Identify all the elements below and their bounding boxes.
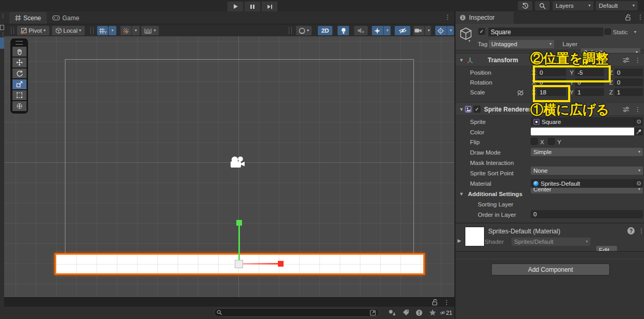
- order-in-layer-field[interactable]: 0: [531, 210, 643, 218]
- object-picker-icon[interactable]: ⊙: [634, 117, 643, 126]
- hidden-objects-count[interactable]: 21: [440, 307, 452, 318]
- camera-gizmo-icon[interactable]: [229, 156, 247, 170]
- inspector-menu-icon[interactable]: ⋮: [637, 14, 643, 20]
- layout-dropdown[interactable]: Default ▾: [596, 1, 638, 10]
- maximize-icon[interactable]: [0, 25, 4, 30]
- rotation-z-field[interactable]: 0: [614, 78, 643, 86]
- position-z-field[interactable]: 0: [614, 68, 643, 76]
- docked-overlay-handle[interactable]: [0, 37, 4, 49]
- scene-panel-menu-icon[interactable]: ⋮: [445, 14, 451, 20]
- presets-icon[interactable]: [623, 57, 629, 63]
- scale-gizmo-y-handle[interactable]: [236, 220, 242, 226]
- search-everywhere-button[interactable]: [535, 1, 549, 10]
- eyedropper-button[interactable]: [634, 128, 643, 135]
- presets-icon[interactable]: [623, 106, 629, 113]
- shader-dropdown[interactable]: Sprites/Default ▾: [512, 238, 591, 246]
- draw-mode-dropdown[interactable]: Simple ▾: [531, 148, 643, 156]
- component-tools-dropdown[interactable]: ▾: [435, 26, 454, 35]
- move-tool[interactable]: [12, 58, 26, 67]
- transform-menu-icon[interactable]: ⋮: [635, 57, 641, 63]
- grid-snap-options[interactable]: ▾: [109, 26, 116, 35]
- effects-dropdown[interactable]: ▾: [372, 26, 391, 35]
- color-field[interactable]: [531, 128, 643, 135]
- static-options-caret[interactable]: ▾: [634, 30, 636, 34]
- rotation-x-field[interactable]: 0: [537, 78, 566, 86]
- unlocked-icon[interactable]: [625, 14, 631, 21]
- additional-settings-label[interactable]: Additional Settings: [468, 191, 522, 197]
- tab-game[interactable]: Game: [47, 12, 85, 24]
- layers-dropdown[interactable]: Layers ▾: [553, 1, 594, 10]
- scale-gizmo-x-handle[interactable]: [278, 261, 284, 267]
- pause-icon: [250, 4, 255, 9]
- scale-tool[interactable]: [12, 79, 26, 89]
- tab-scene[interactable]: Scene: [9, 12, 47, 24]
- shapes-filter-button[interactable]: [386, 307, 398, 318]
- material-preview-swatch[interactable]: [465, 227, 485, 246]
- scene-visibility-toggle[interactable]: [395, 26, 410, 35]
- rotate-tool[interactable]: [12, 68, 26, 78]
- play-button[interactable]: [227, 1, 244, 12]
- component-enabled-checkbox[interactable]: ✓: [474, 106, 480, 113]
- draw-mode-dropdown[interactable]: ▾: [296, 26, 312, 35]
- gameobject-name-field[interactable]: [488, 27, 603, 36]
- position-x-field[interactable]: 0: [537, 68, 566, 76]
- position-label: Position: [470, 70, 491, 76]
- view-hand-tool[interactable]: [12, 47, 26, 57]
- mask-interaction-dropdown[interactable]: None ▾: [531, 167, 643, 175]
- scale-gizmo-center-handle[interactable]: [235, 260, 243, 268]
- object-picker-icon[interactable]: ⊙: [634, 179, 643, 188]
- favorites-filter-button[interactable]: [426, 307, 439, 318]
- foldout-open-icon[interactable]: ▼: [459, 192, 464, 197]
- grid-snap-toggle[interactable]: Y: [97, 26, 108, 35]
- pause-button[interactable]: [244, 1, 261, 12]
- link-broken-icon[interactable]: [517, 89, 524, 96]
- handle-rotation-dropdown[interactable]: Local ▾: [52, 26, 85, 35]
- audio-mute-toggle[interactable]: [354, 26, 368, 35]
- gameobject-cube-icon[interactable]: [459, 26, 473, 41]
- scale-y-field[interactable]: 1: [575, 88, 604, 96]
- sprite-renderer-menu-icon[interactable]: ⋮: [635, 106, 641, 113]
- increment-snap-options[interactable]: ▾: [132, 26, 140, 35]
- sprite-object-field[interactable]: Square ⊙: [531, 117, 643, 126]
- flip-x-checkbox[interactable]: [531, 138, 538, 145]
- foldout-closed-icon[interactable]: ▶: [458, 239, 461, 243]
- add-component-button[interactable]: Add Component: [491, 263, 610, 275]
- camera-settings-dropdown[interactable]: ▾: [413, 26, 431, 35]
- foldout-open-icon[interactable]: ▼: [459, 107, 464, 112]
- scale-x-field[interactable]: 18: [537, 88, 566, 96]
- foldout-open-icon[interactable]: ▼: [459, 58, 464, 63]
- tab-inspector[interactable]: Inspector: [455, 11, 514, 24]
- step-button[interactable]: [261, 1, 278, 12]
- scene-lighting-toggle[interactable]: [338, 26, 349, 35]
- flip-y-checkbox[interactable]: [548, 138, 555, 145]
- static-checkbox[interactable]: [605, 29, 611, 35]
- search-field[interactable]: [214, 308, 379, 317]
- scene-search-input[interactable]: [222, 309, 370, 316]
- warnings-filter-button[interactable]: [413, 307, 425, 318]
- material-menu-icon[interactable]: ⋮: [638, 228, 644, 234]
- label-filter-button[interactable]: [399, 307, 412, 318]
- pivot-mode-dropdown[interactable]: Pivot ▾: [17, 26, 49, 35]
- 2d-mode-toggle[interactable]: 2D: [318, 26, 332, 35]
- transform-tool[interactable]: [12, 101, 26, 111]
- scale-z-field[interactable]: 1: [614, 88, 643, 96]
- snap-increment-dropdown[interactable]: ▾: [141, 26, 159, 35]
- gameobject-name-input[interactable]: [491, 29, 601, 36]
- material-object-field[interactable]: Sprites-Default ⊙: [531, 179, 643, 188]
- info-icon: [460, 15, 466, 21]
- scene-viewport[interactable]: [4, 36, 454, 297]
- open-search-window-icon[interactable]: [370, 310, 377, 316]
- icon-select-caret[interactable]: ▾: [468, 39, 471, 43]
- position-y-field[interactable]: -5: [575, 68, 604, 76]
- active-checkbox[interactable]: ✓: [478, 28, 485, 35]
- rect-tool[interactable]: [12, 90, 26, 100]
- rotation-y-field[interactable]: 0: [575, 78, 604, 86]
- undo-history-button[interactable]: [518, 1, 532, 10]
- help-icon[interactable]: ?: [627, 227, 635, 234]
- tag-dropdown[interactable]: Untagged ▾: [489, 40, 554, 48]
- unlocked-icon[interactable]: [432, 299, 438, 306]
- overlay-drag-handle[interactable]: [16, 41, 23, 45]
- status-bar-menu-icon[interactable]: ⋮: [444, 299, 450, 306]
- increment-snap-toggle[interactable]: [120, 26, 131, 35]
- color-swatch[interactable]: [531, 128, 634, 135]
